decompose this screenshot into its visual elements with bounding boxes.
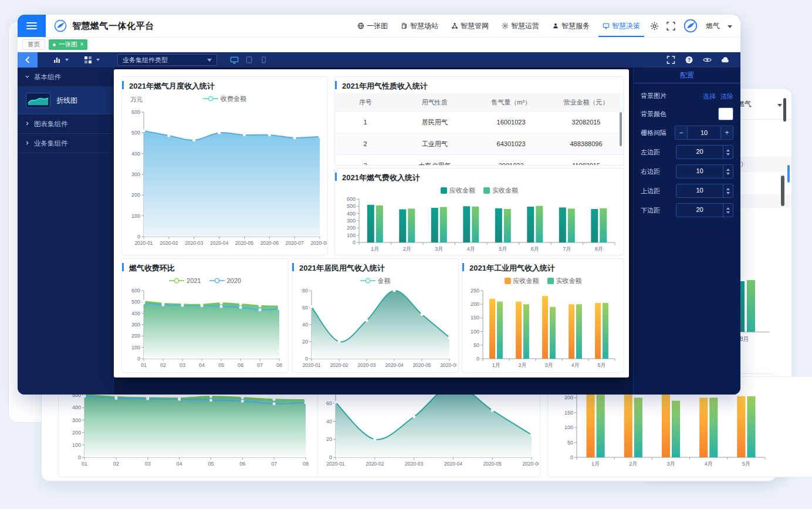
table-cell: 居民用气	[395, 112, 473, 133]
legend-item[interactable]: 2021	[169, 277, 201, 284]
chevron-down-icon	[96, 59, 100, 61]
desktop-icon[interactable]	[230, 56, 239, 64]
sidebar-group[interactable]: 基本组件	[18, 68, 113, 87]
arrow-down-icon	[726, 153, 730, 156]
stepper-value: 10	[687, 127, 721, 139]
minus-button[interactable]: −	[675, 127, 687, 139]
plus-button[interactable]: +	[721, 127, 733, 139]
scrollbar[interactable]	[787, 165, 790, 183]
scrollbar[interactable]	[783, 98, 786, 122]
legend-item[interactable]: 应收金额	[441, 186, 475, 195]
hamburger-menu-icon[interactable]	[18, 15, 46, 37]
title-accent-bar	[292, 263, 294, 271]
spinner-arrows[interactable]	[723, 146, 733, 159]
svg-text:4月: 4月	[571, 362, 579, 368]
svg-text:2020-06: 2020-06	[260, 240, 279, 246]
svg-text:5月: 5月	[742, 461, 750, 467]
nav-item-service[interactable]: 智慧服务	[546, 15, 596, 37]
legend-item[interactable]: 2020	[209, 277, 241, 284]
fullscreen-icon[interactable]	[666, 22, 675, 31]
config-row: 左边距20	[641, 145, 733, 159]
stage: 燃气 ) 8月 01002003004005006000102030405060…	[0, 0, 812, 509]
title-accent-bar	[122, 263, 124, 271]
tab-active[interactable]: 一张图 ×	[49, 39, 87, 50]
sidebar-group[interactable]: 业务集组件	[18, 134, 113, 153]
table-card-usage: 2021年用气性质收入统计序号用气性质售气量（m³）营业金额（元）1居民用气16…	[334, 76, 624, 166]
phone-icon[interactable]	[259, 56, 268, 64]
spinner-arrows[interactable]	[723, 204, 733, 217]
sidebar-group[interactable]: 图表集组件	[18, 114, 113, 134]
svg-text:400: 400	[347, 211, 356, 217]
number-input[interactable]: 20	[676, 203, 733, 217]
arrow-down-icon	[726, 192, 730, 194]
nav-item-decision[interactable]: 智慧决策	[596, 15, 647, 37]
component-type-select[interactable]: 业务集组件类型	[117, 54, 217, 66]
settings-gear-icon[interactable]	[650, 22, 659, 31]
chevron-down-icon[interactable]	[728, 25, 732, 28]
fullscreen-icon[interactable]	[666, 56, 675, 64]
svg-text:0: 0	[78, 454, 81, 460]
editor-content: 基本组件折线图图表集组件业务集组件 2021年燃气月度收入统计万元收费金额010…	[18, 68, 740, 395]
chart-area: 应收金额实收金额0501001502002501月2月3月4月5月	[462, 275, 624, 372]
svg-text:2020-05: 2020-05	[235, 240, 253, 246]
person-icon	[552, 22, 559, 29]
table-row[interactable]: 1居民用气1600102332082015	[335, 112, 624, 133]
svg-text:06: 06	[238, 362, 243, 368]
legend-swatch-icon	[441, 187, 447, 194]
number-input[interactable]: 10	[676, 164, 733, 178]
nav-item-station[interactable]: 智慧场站	[394, 15, 445, 37]
legend-item[interactable]: 金额	[360, 277, 391, 285]
chart-title: 2021年居民用气收入统计	[299, 263, 385, 274]
widget-component-menu[interactable]	[84, 56, 100, 64]
scrollbar[interactable]	[620, 112, 622, 146]
arrow-up-icon	[726, 168, 730, 171]
config-link[interactable]: 选择	[703, 93, 716, 100]
svg-text:2020-06: 2020-06	[440, 362, 456, 368]
svg-text:0: 0	[570, 454, 573, 460]
nav-item-network[interactable]: 智慧管网	[445, 15, 495, 37]
svg-text:500: 500	[347, 203, 356, 209]
app-logo-icon	[53, 19, 67, 33]
legend-item[interactable]: 实收金额	[547, 277, 582, 285]
svg-text:0: 0	[329, 454, 332, 460]
user-avatar[interactable]	[683, 18, 698, 33]
svg-text:600: 600	[131, 288, 140, 294]
number-input[interactable]: 10	[676, 184, 733, 198]
spinner-arrows[interactable]	[723, 165, 733, 178]
cloud-save-icon[interactable]	[721, 56, 730, 64]
svg-text:500: 500	[131, 299, 140, 305]
close-icon[interactable]: ×	[80, 42, 84, 48]
tenant-label[interactable]: 燃气	[706, 21, 720, 31]
table-row[interactable]: 2工业用气64301023488388096	[335, 133, 624, 155]
axis-unit-label: 万元	[130, 96, 143, 104]
chart-component-menu[interactable]	[53, 56, 69, 64]
number-input[interactable]: 20	[676, 145, 733, 159]
config-link[interactable]: 清除	[720, 93, 733, 100]
tablet-icon[interactable]	[245, 56, 253, 64]
svg-text:100: 100	[347, 232, 356, 238]
monitor-icon	[603, 22, 610, 29]
nav-item-operation[interactable]: 智慧运营	[495, 15, 546, 37]
nav-item-map[interactable]: 一张图	[351, 15, 394, 37]
color-swatch[interactable]	[718, 107, 733, 120]
table-row[interactable]: 3大客户用气300102311082015	[335, 155, 624, 166]
preview-eye-icon[interactable]	[703, 56, 712, 64]
config-row: 背景图片选择清除	[641, 89, 733, 102]
sidebar-item[interactable]: 折线图	[18, 87, 113, 114]
legend-swatch-icon	[547, 278, 554, 284]
chart-area: 2021202001002003004005006000102030405060…	[122, 275, 288, 372]
collapse-back-button[interactable]	[18, 52, 38, 68]
legend-item[interactable]: 实收金额	[483, 186, 518, 195]
legend-item[interactable]: 收费金额	[203, 95, 246, 103]
spinner-arrows[interactable]	[723, 184, 733, 197]
svg-text:200: 200	[347, 225, 356, 231]
svg-text:200: 200	[471, 301, 479, 307]
config-label: 下边距	[641, 206, 660, 215]
scrollbar[interactable]	[781, 176, 784, 206]
svg-text:2020-02: 2020-02	[330, 362, 348, 368]
help-icon[interactable]: ?	[685, 56, 693, 64]
tab-home[interactable]: 首页	[22, 39, 45, 50]
card-title: 燃气收费环比	[122, 259, 288, 275]
legend-item[interactable]: 应收金额	[505, 277, 539, 285]
svg-text:7月: 7月	[563, 246, 571, 252]
